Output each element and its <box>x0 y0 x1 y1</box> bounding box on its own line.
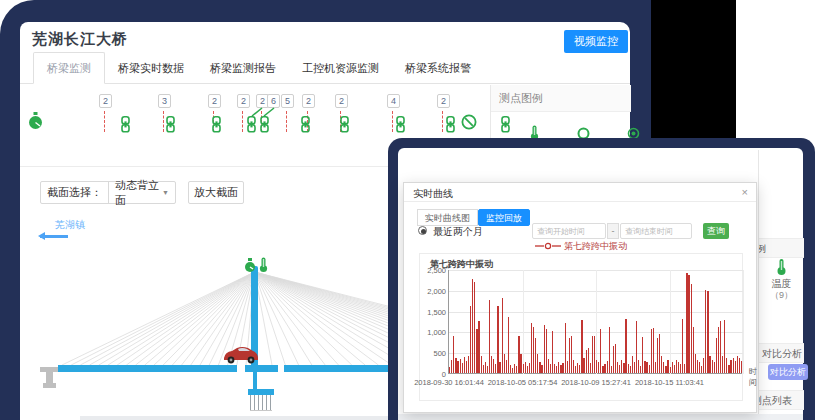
chart-legend[interactable]: 第七跨跨中振动 <box>404 241 758 251</box>
chart-bar <box>512 368 513 373</box>
stopwatch-icon[interactable] <box>244 258 256 273</box>
chart-bar <box>569 338 570 373</box>
chart-bar <box>655 362 656 373</box>
chart-bar <box>737 356 738 374</box>
compare-analysis-button[interactable]: 对比分析 <box>768 364 808 380</box>
chart-panel: 第七跨跨中振动 时间 05001,0001,5002,0002,5002018-… <box>419 253 743 401</box>
link-sensor-icon[interactable] <box>246 116 257 133</box>
chart-bar <box>640 366 641 373</box>
chart-bar <box>724 320 725 373</box>
chart-bar <box>718 327 719 373</box>
chart-bar <box>621 360 622 373</box>
link-sensor-icon[interactable] <box>120 116 131 133</box>
query-end-input[interactable] <box>620 223 692 239</box>
sensor-count-badge[interactable]: 2 <box>437 94 450 108</box>
chart-bar <box>663 362 664 373</box>
sensor-count-badge[interactable]: 3 <box>158 94 171 108</box>
sensor-count-badge[interactable]: 4 <box>387 94 400 108</box>
chart-bar <box>594 336 595 373</box>
tab-工控机资源监测[interactable]: 工控机资源监测 <box>289 53 392 83</box>
tab-桥梁实时数据[interactable]: 桥梁实时数据 <box>105 53 197 83</box>
chart-bar <box>506 360 507 373</box>
chart-bar <box>657 338 658 373</box>
tab-桥梁监测[interactable]: 桥梁监测 <box>33 52 105 84</box>
sensor-count-badge[interactable]: 2 <box>208 94 221 108</box>
chart-bar <box>546 329 547 373</box>
link-sensor-icon[interactable] <box>211 116 222 133</box>
tab-桥梁系统报警[interactable]: 桥梁系统报警 <box>392 53 484 83</box>
chart-bar <box>527 366 528 373</box>
chart-bar <box>451 360 452 373</box>
stopwatch-icon[interactable] <box>28 112 43 130</box>
chart-bar <box>728 365 729 373</box>
desktop: 芜湖长江大桥 桥梁监测桥梁实时数据桥梁监测报告工控机资源监测桥梁系统报警 视频监… <box>0 0 815 420</box>
chart-bar <box>678 362 679 373</box>
sensor-count-badge[interactable]: 2 <box>335 94 348 108</box>
sensor-count-badge[interactable]: 2 <box>302 94 315 108</box>
chart-bar <box>653 328 654 373</box>
chart-bar <box>598 362 599 373</box>
x-tick-label: 2018-10-15 11:03:41 <box>628 378 712 387</box>
chart-bar <box>514 364 515 373</box>
section-select-label: 截面选择： <box>41 185 108 200</box>
temperature-count: （9） <box>759 289 804 302</box>
chart-bar <box>676 360 677 373</box>
query-button[interactable]: 查询 <box>703 223 729 239</box>
ban-icon[interactable] <box>461 114 477 130</box>
chart-bar <box>449 367 450 373</box>
tab-桥梁监测报告[interactable]: 桥梁监测报告 <box>197 53 289 83</box>
chart-bar <box>455 358 456 373</box>
chart-bar <box>592 336 593 373</box>
legend-marker-icon <box>535 242 561 250</box>
chart-bar <box>525 362 526 373</box>
chart-bar <box>649 365 650 373</box>
thermometer-icon[interactable] <box>258 257 269 273</box>
chart-bar <box>531 323 532 373</box>
alarm-dash-line <box>392 111 393 132</box>
chart-bar <box>558 362 559 373</box>
chart-bar <box>672 362 673 373</box>
deck-gap <box>237 365 245 372</box>
sensor-count-badge[interactable]: 2 <box>99 94 112 108</box>
chart-bar <box>577 363 578 373</box>
section-select[interactable]: 动态背立面 ▼ <box>108 182 175 203</box>
link-sensor-icon[interactable] <box>165 116 176 133</box>
realtime-curve-dialog: 实时曲线 × 实时曲线图监控回放 最近两个月 - 查询 第七跨跨中振动 <box>403 182 757 413</box>
second-window-sidebar: 测点图例 温度 （9） 对比分析 对比分析 测点列表 <box>758 150 803 420</box>
chart-bar <box>466 361 467 374</box>
second-window-footer <box>398 414 803 420</box>
deck-gap <box>278 365 284 372</box>
video-monitor-button[interactable]: 视频监控 <box>564 30 628 53</box>
chart-bar <box>554 364 555 373</box>
link-sensor-icon[interactable] <box>339 116 350 133</box>
chart-bar <box>720 321 721 373</box>
chart-bar <box>680 364 681 373</box>
chart-bar <box>615 344 616 373</box>
enlarge-section-button[interactable]: 放大截面 <box>188 181 244 204</box>
link-sensor-icon[interactable] <box>259 116 270 133</box>
chart-bar <box>634 362 635 373</box>
chart-bar <box>726 358 727 373</box>
chart-bar <box>556 366 557 373</box>
chart-bar <box>562 363 563 373</box>
chart-bar <box>487 366 488 374</box>
chart-bar <box>674 365 675 373</box>
chart-bar <box>604 364 605 373</box>
recent-two-months-radio[interactable] <box>418 226 427 235</box>
chart-bar <box>523 364 524 373</box>
chart-bar <box>481 356 482 374</box>
tower-sensors[interactable] <box>244 257 284 273</box>
chart-bar <box>703 358 704 373</box>
chart-bar <box>535 338 536 373</box>
close-icon[interactable]: × <box>742 186 748 198</box>
sensor-count-badge[interactable]: 5 <box>281 94 294 108</box>
link-sensor-icon[interactable] <box>395 116 406 133</box>
query-start-input[interactable] <box>532 223 606 239</box>
chart-bar <box>586 350 587 373</box>
link-sensor-icon[interactable] <box>445 116 456 133</box>
link-sensor-icon[interactable] <box>300 116 311 133</box>
legend-label: 第七跨跨中振动 <box>564 240 627 253</box>
chart-bar <box>682 319 683 373</box>
recent-two-months-label: 最近两个月 <box>433 225 483 239</box>
chart-bar <box>665 366 666 373</box>
